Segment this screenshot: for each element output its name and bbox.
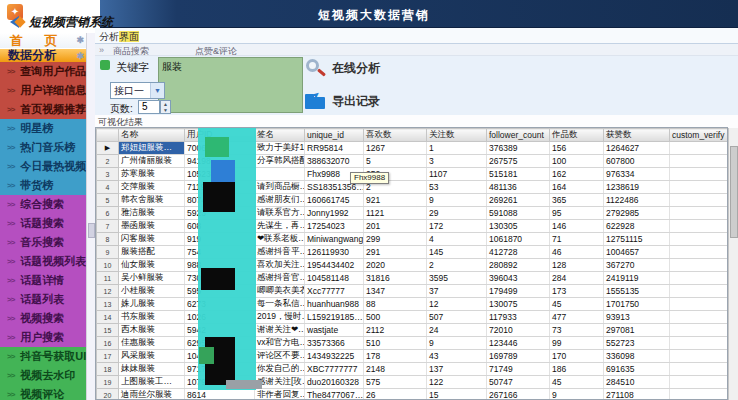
- table-cell[interactable]: 小桂服装: [119, 285, 185, 298]
- table-cell[interactable]: 100: [550, 155, 604, 168]
- table-cell[interactable]: 691635: [604, 363, 670, 376]
- table-cell[interactable]: [670, 337, 729, 350]
- table-cell[interactable]: 姝儿服装: [119, 298, 185, 311]
- sidebar-item[interactable]: >>综合搜索: [0, 195, 86, 214]
- table-scrollbar[interactable]: [728, 128, 738, 400]
- table-cell[interactable]: 评论区不要…: [255, 350, 305, 363]
- table-cell[interactable]: 1004657: [604, 246, 670, 259]
- table-cell[interactable]: 280892: [487, 259, 550, 272]
- table-cell[interactable]: 2419119: [604, 272, 670, 285]
- table-cell[interactable]: 146: [550, 220, 604, 233]
- table-cell[interactable]: 2792985: [604, 207, 670, 220]
- table-cell[interactable]: 515181: [487, 168, 550, 181]
- table-cell[interactable]: 妹妹服装: [119, 363, 185, 376]
- table-cell[interactable]: [670, 220, 729, 233]
- sidebar-item[interactable]: >>话题视频列表: [0, 252, 86, 271]
- column-header[interactable]: unique_id: [305, 129, 364, 142]
- table-cell[interactable]: [670, 142, 729, 155]
- table-cell[interactable]: 170: [550, 350, 604, 363]
- table-row[interactable]: 3苏寒服装10523Fhx99882521107515181162976334: [97, 168, 729, 181]
- column-header[interactable]: 名称: [119, 129, 185, 142]
- table-cell[interactable]: 每一条私信…: [255, 298, 305, 311]
- table-cell[interactable]: 130305: [487, 220, 550, 233]
- table-cell[interactable]: [670, 155, 729, 168]
- sidebar-item-home[interactable]: 首 页 ✱: [0, 33, 86, 48]
- table-row[interactable]: 17风采服装1040评论区不要…143493222517843169789170…: [97, 350, 729, 363]
- table-cell[interactable]: 请联系官方…: [255, 207, 305, 220]
- table-row[interactable]: 18妹妹服装9717你发自己的…XBC777777721481377174918…: [97, 363, 729, 376]
- table-cell[interactable]: [670, 259, 729, 272]
- table-cell[interactable]: 1264627: [604, 142, 670, 155]
- table-row[interactable]: 20迪雨丝尔服装8614非作者回复…The8477067…26152671669…: [97, 389, 729, 400]
- table-cell[interactable]: 感谢抖音官…: [255, 272, 305, 285]
- table-cell[interactable]: 160661745: [305, 194, 364, 207]
- table-cell[interactable]: 50747: [487, 376, 550, 389]
- table-cell[interactable]: 123446: [487, 337, 550, 350]
- table-cell[interactable]: [255, 168, 305, 181]
- table-row[interactable]: 9服装搭配754感谢抖音平…12611993029114541272846100…: [97, 246, 729, 259]
- table-cell[interactable]: [670, 272, 729, 285]
- row-header[interactable]: 13: [97, 298, 119, 311]
- table-cell[interactable]: [670, 207, 729, 220]
- row-header[interactable]: 17: [97, 350, 119, 363]
- table-cell[interactable]: 非作者回复…: [255, 389, 305, 400]
- table-cell[interactable]: duo20160328: [305, 376, 364, 389]
- table-cell[interactable]: 1434932225: [305, 350, 364, 363]
- table-cell[interactable]: 17254023: [305, 220, 364, 233]
- table-cell[interactable]: 先谋生，再…: [255, 220, 305, 233]
- table-cell[interactable]: 苏寒服装: [119, 168, 185, 181]
- table-cell[interactable]: 1954434402: [305, 259, 364, 272]
- row-header[interactable]: 6: [97, 207, 119, 220]
- table-cell[interactable]: 33573366: [305, 337, 364, 350]
- sidebar-item[interactable]: >>话题搜索: [0, 214, 86, 233]
- table-cell[interactable]: 1701750: [604, 298, 670, 311]
- table-cell[interactable]: 广州倩丽服装: [119, 155, 185, 168]
- table-cell[interactable]: 93913: [604, 311, 670, 324]
- table-cell[interactable]: 376389: [487, 142, 550, 155]
- table-cell[interactable]: 477: [550, 311, 604, 324]
- table-cell[interactable]: 145: [427, 246, 487, 259]
- table-cell[interactable]: RR95814: [305, 142, 364, 155]
- table-row[interactable]: 16佳惠服装6295vx和官方电…33573366510912344699552…: [97, 337, 729, 350]
- pages-input[interactable]: 5: [138, 100, 160, 114]
- table-cell[interactable]: 271108: [604, 389, 670, 400]
- table-cell[interactable]: [670, 350, 729, 363]
- online-analysis-button[interactable]: 在线分析: [304, 58, 380, 78]
- table-cell[interactable]: 15: [427, 389, 487, 400]
- row-header[interactable]: 18: [97, 363, 119, 376]
- tab-analysis[interactable]: 分析界面: [99, 30, 139, 44]
- table-cell[interactable]: 507: [427, 311, 487, 324]
- table-cell[interactable]: 1267: [364, 142, 427, 155]
- table-cell[interactable]: 感谢关注[玫…: [255, 376, 305, 389]
- table-cell[interactable]: 感谢抖音平…: [255, 246, 305, 259]
- table-cell[interactable]: 622928: [604, 220, 670, 233]
- table-cell[interactable]: 8614: [185, 389, 255, 400]
- table-cell[interactable]: 269261: [487, 194, 550, 207]
- table-cell[interactable]: 921: [364, 194, 427, 207]
- table-cell[interactable]: 137: [427, 363, 487, 376]
- sidebar-item[interactable]: >>视频搜索: [0, 309, 86, 328]
- column-header[interactable]: 获赞数: [604, 129, 670, 142]
- column-header[interactable]: 关注数: [427, 129, 487, 142]
- table-cell[interactable]: 吴小鲜服装: [119, 272, 185, 285]
- table-cell[interactable]: 95: [550, 207, 604, 220]
- row-header[interactable]: 5: [97, 194, 119, 207]
- column-header[interactable]: follower_count: [487, 129, 550, 142]
- table-cell[interactable]: [670, 363, 729, 376]
- table-cell[interactable]: 请到商品橱…: [255, 181, 305, 194]
- table-cell[interactable]: 510: [364, 337, 427, 350]
- table-row[interactable]: 4交萍服装71198请到商品橱…SS18351356…2534811361641…: [97, 181, 729, 194]
- table-cell[interactable]: 156: [550, 142, 604, 155]
- table-cell[interactable]: 雅洁服装: [119, 207, 185, 220]
- table-cell[interactable]: 500: [364, 311, 427, 324]
- column-header[interactable]: 喜欢数: [364, 129, 427, 142]
- table-cell[interactable]: 9: [427, 337, 487, 350]
- table-cell[interactable]: The8477067…: [305, 389, 364, 400]
- table-cell[interactable]: 分享韩风搭配~: [255, 155, 305, 168]
- table-row[interactable]: 14书东服装10262019，慢时…L159219185…50050711793…: [97, 311, 729, 324]
- table-row[interactable]: 7墨函服装608先谋生，再…17254023201172130305146622…: [97, 220, 729, 233]
- table-cell[interactable]: 45: [550, 298, 604, 311]
- table-cell[interactable]: 122: [427, 376, 487, 389]
- table-cell[interactable]: vx和官方电…: [255, 337, 305, 350]
- table-cell[interactable]: 3595: [427, 272, 487, 285]
